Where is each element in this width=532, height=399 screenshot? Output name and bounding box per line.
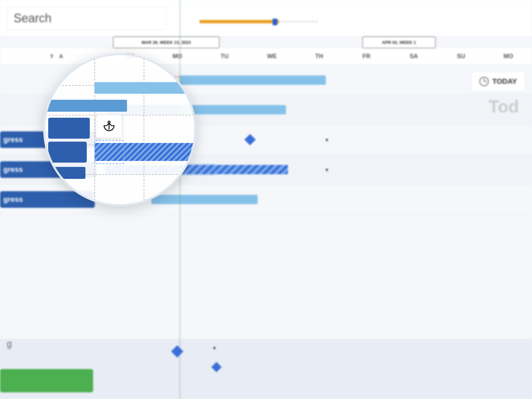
col-sa: SA: [390, 53, 437, 60]
search-bar[interactable]: Search: [7, 7, 166, 30]
magnify-inner: [45, 55, 194, 204]
green-bar: [0, 369, 93, 392]
tod-label: Tod: [475, 90, 532, 123]
mag-bar-dark-3: [48, 118, 90, 139]
anchor-icon: [103, 120, 115, 133]
progress-label-3: gress: [0, 135, 23, 144]
col-mo2: MO: [485, 53, 532, 60]
progress-label-4: gress: [0, 165, 23, 174]
week-label-1: MAR 26, WEEK 13, 2023: [113, 37, 219, 48]
search-text: Search: [14, 11, 52, 25]
blue-bar-1: [180, 75, 326, 85]
clock-icon: [479, 77, 489, 86]
week-label-2: APR 02, WEEK 1: [362, 37, 436, 48]
dashed-col-2: [144, 55, 144, 204]
mag-bar-dark-5: [48, 167, 85, 179]
col-tu: TU: [201, 53, 248, 60]
dropdown-bottom[interactable]: ▼: [212, 345, 217, 351]
anchor-tooltip: [96, 115, 122, 138]
diamond-1: [244, 134, 256, 145]
col-th: TH: [296, 53, 343, 60]
bottom-section: g ▼: [0, 339, 532, 399]
dropdown-2[interactable]: ▼: [325, 167, 329, 173]
progress-label-5: gress: [0, 195, 23, 204]
dropdown-1[interactable]: ▼: [325, 137, 329, 143]
gantt-header: Search: [0, 0, 532, 37]
col-fr: FR: [343, 53, 390, 60]
col-we: WE: [248, 53, 296, 60]
log-label: g: [7, 338, 12, 349]
timeline-blue-marker: [273, 19, 277, 25]
timeline-track: [183, 20, 532, 26]
mag-dashed-outline: [94, 140, 124, 164]
diamond-bottom-2: [211, 362, 221, 372]
lightblue-bar-2: [180, 105, 286, 114]
diamond-bottom-1: [171, 345, 184, 358]
mag-bar-lightblue-1: [94, 82, 194, 94]
timeline-dotted-bar: [277, 21, 317, 23]
magnify-circle: [43, 53, 196, 206]
dashed-col-1: [94, 55, 95, 204]
timeline-orange-bar: [200, 20, 279, 23]
today-button[interactable]: TODAY: [471, 71, 525, 91]
mag-bar-blue-2: [45, 100, 127, 112]
col-su2: SU: [438, 53, 485, 60]
mag-bar-dark-4: [48, 142, 87, 163]
